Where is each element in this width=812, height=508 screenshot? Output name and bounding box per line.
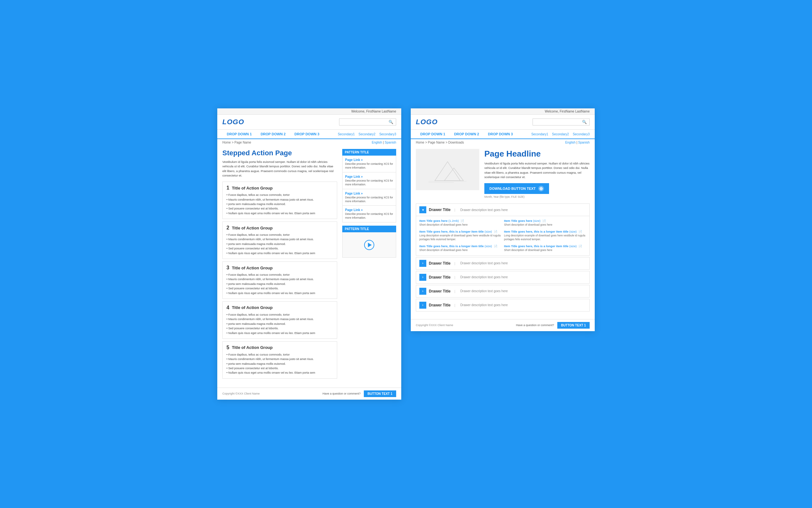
drawer-header-1: ▾ Drawer Title | Drawer description text… — [416, 204, 589, 216]
list-item: Mauris condimentum nibh, ut fermentum ma… — [227, 277, 333, 282]
play-icon-1 — [368, 243, 372, 247]
list-item: Nullam quis risus eget uma mollis ornare… — [227, 291, 333, 295]
secondary-nav-3-1[interactable]: Secondary3 — [379, 132, 396, 136]
hero-text: Page Headline Vestibulum id ligula porta… — [485, 149, 590, 198]
page-headline: Page Headline — [485, 149, 590, 159]
download-link-5[interactable]: Item Title goes here, this is a longer i… — [419, 244, 497, 248]
list-item: Sed posuere consectetur est at lobortis. — [227, 366, 333, 371]
secondary-nav-1-1[interactable]: Secondary1 — [338, 132, 355, 136]
download-link-6[interactable]: Item Title goes here, this is a longer i… — [504, 244, 582, 248]
search-box-2[interactable]: 🔍 — [533, 119, 590, 126]
file-icon-1: 📄 — [461, 219, 464, 222]
list-item: Sed posuere consectetur est at lobortis. — [227, 286, 333, 291]
download-btn-label: DOWNLOAD BUTTON TEXT — [490, 187, 536, 190]
download-link-2[interactable]: Item Title goes here (size) 📄 — [504, 219, 546, 222]
drawer-desc-1: Drawer description text goes here — [460, 208, 508, 212]
list-item: Fusce dapibus, tellus ac cursus commodo,… — [227, 193, 333, 197]
footer-right-1: Have a question or comment? BUTTON TEXT … — [322, 390, 396, 397]
logo-2: LOGO — [416, 118, 438, 126]
pattern-link-2[interactable]: Page Link » — [345, 175, 363, 178]
nav-dropdown3-2[interactable]: DROP DOWN 3 — [484, 130, 517, 139]
drawer-4: › Drawer Title | Drawer description text… — [416, 285, 590, 298]
page1: Welcome, FirstName LastName LOGO 🔍 DROP … — [217, 109, 401, 399]
nav-2: DROP DOWN 1 DROP DOWN 2 DROP DOWN 3 Seco… — [411, 130, 595, 139]
download-link-4[interactable]: Item Title goes here, this is a longer i… — [504, 230, 582, 233]
download-sub-6: Short description of download goes here — [504, 248, 586, 252]
action-group-2: 2 Title of Action Group Fusce dapibus, t… — [222, 221, 337, 259]
footer-btn-1[interactable]: BUTTON TEXT 1 — [364, 390, 396, 397]
drawer-2: › Drawer Title | Drawer description text… — [416, 257, 590, 270]
nav-dropdown2-2[interactable]: DROP DOWN 2 — [450, 130, 484, 139]
action-list-2: Fusce dapibus, tellus ac cursus commodo,… — [227, 232, 333, 255]
drawer-toggle-1[interactable]: ▾ — [419, 206, 426, 213]
secondary-nav-1-2[interactable]: Secondary1 — [531, 132, 548, 136]
nav-dropdown1-1[interactable]: DROP DOWN 1 — [222, 130, 256, 139]
file-icon-2: 📄 — [542, 219, 546, 222]
search-icon-2: 🔍 — [582, 120, 587, 124]
secondary-nav-2-1[interactable]: Secondary2 — [358, 132, 375, 136]
nav-dropdown3-1[interactable]: DROP DOWN 3 — [290, 130, 324, 139]
drawer-desc-2: Drawer description text goes here — [460, 261, 508, 265]
download-item-5: Item Title goes here, this is a longer i… — [419, 244, 501, 252]
download-sub-3: Long description example of download goe… — [419, 234, 501, 242]
pattern-link-4[interactable]: Page Link » — [345, 208, 363, 212]
lang-english-1[interactable]: English — [372, 141, 382, 144]
nav-main-1: DROP DOWN 1 DROP DOWN 2 DROP DOWN 3 — [222, 130, 324, 138]
list-item: Mauris condimentum nibh, ut fermentum ma… — [227, 317, 333, 321]
footer-2: Copyright ©XXX Client Name Have a questi… — [411, 319, 595, 331]
drawer-toggle-5[interactable]: › — [419, 302, 426, 309]
content-1: Stepped Action Page Vestibulum id ligula… — [217, 146, 401, 384]
drawer-toggle-4[interactable]: › — [419, 288, 426, 295]
page2: Welcome, FirstName LastName LOGO 🔍 DROP … — [411, 109, 595, 331]
action-group-5: 5 Title of Action Group Fusce dapibus, t… — [222, 341, 337, 379]
content-2: Page Headline Vestibulum id ligula porta… — [411, 146, 595, 316]
search-input-1[interactable] — [342, 120, 389, 124]
pattern-link-3[interactable]: Page Link » — [345, 192, 363, 195]
secondary-nav-3-2[interactable]: Secondary3 — [573, 132, 590, 136]
breadcrumb-bar-1: Home > Page Name English | Spanish — [217, 139, 401, 146]
action-num-1: 1 — [227, 185, 229, 191]
drawer-desc-5: Drawer description text goes here — [460, 303, 508, 307]
breadcrumb-1: Home > Page Name — [222, 141, 251, 144]
pattern-link-1[interactable]: Page Link » — [345, 158, 363, 162]
nav-dropdown2-1[interactable]: DROP DOWN 2 — [256, 130, 290, 139]
action-num-4: 4 — [227, 305, 229, 310]
action-title-5: Title of Action Group — [232, 345, 273, 350]
footer-btn-2[interactable]: BUTTON TEXT 1 — [557, 322, 590, 329]
search-icon-1: 🔍 — [389, 120, 393, 124]
drawer-toggle-2[interactable]: › — [419, 260, 426, 267]
drawer-desc-4: Drawer description text goes here — [460, 289, 508, 293]
download-grid-1: Item Title goes here (1.2mb) 📄 Short des… — [419, 219, 586, 252]
secondary-nav-2-2[interactable]: Secondary2 — [552, 132, 569, 136]
action-num-3: 3 — [227, 265, 229, 271]
nav-dropdown1-2[interactable]: DROP DOWN 1 — [416, 130, 450, 139]
drawer-1: ▾ Drawer Title | Drawer description text… — [416, 204, 590, 256]
lang-english-2[interactable]: English — [565, 141, 576, 144]
action-num-2: 2 — [227, 225, 229, 231]
search-box-1[interactable]: 🔍 — [339, 119, 396, 126]
search-input-2[interactable] — [535, 120, 582, 124]
lang-spanish-2[interactable]: Spanish — [578, 141, 590, 144]
download-link-3[interactable]: Item Title goes here, this is a longer i… — [419, 230, 497, 233]
nav-secondary-1: Secondary1 Secondary2 Secondary3 — [338, 132, 396, 136]
drawer-divider-1: | — [454, 208, 455, 212]
list-item: Fusce dapibus, tellus ac cursus commodo,… — [227, 232, 333, 237]
main-col-1: Stepped Action Page Vestibulum id ligula… — [222, 149, 337, 381]
drawer-divider-5: | — [454, 303, 455, 307]
list-item: Fusce dapibus, tellus ac cursus commodo,… — [227, 312, 333, 317]
drawer-title-2: Drawer Title — [429, 261, 451, 265]
drawer-3: › Drawer Title | Drawer description text… — [416, 271, 590, 284]
play-button-1[interactable] — [364, 240, 374, 250]
download-link-1[interactable]: Item Title goes here (1.2mb) 📄 — [419, 219, 464, 222]
pattern-desc-1: Describe process for contacting XCS for … — [345, 162, 393, 170]
drawer-divider-2: | — [454, 261, 455, 265]
download-sub-2: Short description of download goes here — [504, 223, 586, 227]
download-sub-5: Short description of download goes here — [419, 248, 501, 252]
action-title-3: Title of Action Group — [232, 265, 273, 270]
file-icon-5: 📄 — [494, 245, 497, 248]
download-button[interactable]: DOWNLOAD BUTTON TEXT ⊕ — [485, 183, 549, 194]
drawer-body-1: Item Title goes here (1.2mb) 📄 Short des… — [416, 216, 589, 255]
drawer-title-5: Drawer Title — [429, 303, 451, 307]
drawer-toggle-3[interactable]: › — [419, 274, 426, 281]
lang-spanish-1[interactable]: Spanish — [385, 141, 396, 144]
